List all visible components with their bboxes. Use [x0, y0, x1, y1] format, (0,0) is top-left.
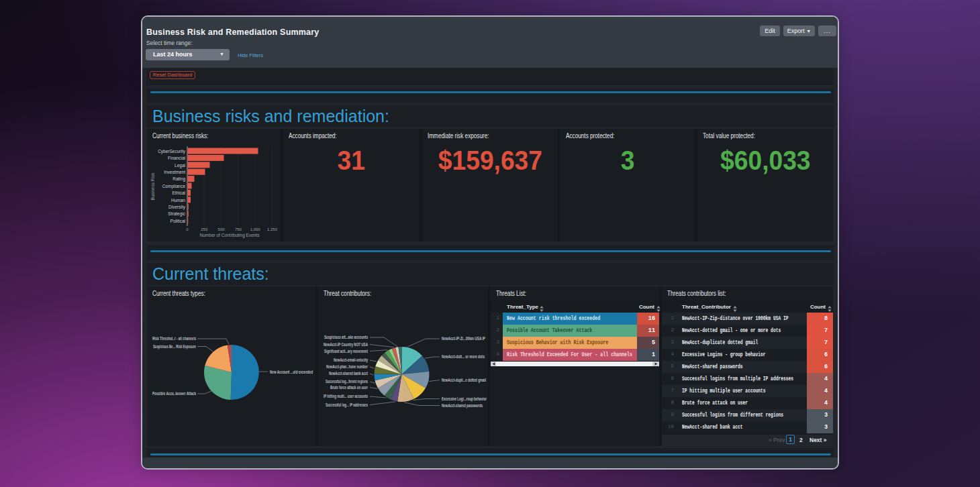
svg-text:Successful log...ferent region: Successful log...ferent regions	[326, 379, 368, 384]
svg-text:Brute force attack on user: Brute force attack on user	[330, 385, 368, 390]
svg-text:IP hitting multi... user accou: IP hitting multi... user accounts	[324, 394, 368, 399]
svg-text:NewAcct-dott... or more dots: NewAcct-dott... or more dots	[442, 354, 485, 359]
svg-text:NewAcct-email-velocity: NewAcct-email-velocity	[334, 358, 368, 363]
svg-text:Financial: Financial	[168, 156, 186, 160]
svg-text:Investment: Investment	[164, 170, 185, 174]
svg-text:Legal: Legal	[175, 163, 185, 168]
svg-text:Suspicious att...ake accounts: Suspicious att...ake accounts	[324, 335, 368, 340]
svg-text:NewAcct-phar...hone number: NewAcct-phar...hone number	[326, 364, 368, 370]
svg-text:NewAcct-dupli...e dotted gmail: NewAcct-dupli...e dotted gmail	[442, 378, 486, 383]
svg-text:CyberSecurity: CyberSecurity	[158, 149, 186, 154]
svg-text:Strategic: Strategic	[168, 211, 185, 217]
svg-text:Compliance: Compliance	[162, 184, 186, 189]
svg-text:Significant acti...ary movemen: Significant acti...ary movement	[324, 349, 369, 354]
svg-text:1,250: 1,250	[267, 227, 278, 231]
svg-text:Possible Acco..keover Attack: Possible Acco..keover Attack	[152, 391, 196, 396]
svg-text:Risk Threshol..r - all channel: Risk Threshol..r - all channels	[152, 336, 196, 341]
svg-text:Successful log... IP addresses: Successful log... IP addresses	[326, 402, 368, 408]
svg-text:Rating: Rating	[173, 176, 185, 182]
svg-text:Human: Human	[171, 198, 185, 203]
svg-text:500: 500	[218, 227, 226, 231]
svg-text:750: 750	[235, 227, 242, 231]
svg-text:New Account ...old exceeded: New Account ...old exceeded	[270, 370, 313, 374]
svg-text:NewAcct-shared passwords: NewAcct-shared passwords	[442, 403, 483, 409]
svg-text:Suspicious Be... Risk Exposure: Suspicious Be... Risk Exposure	[153, 344, 196, 349]
svg-text:Number of Contributing Events: Number of Contributing Events	[200, 233, 260, 238]
svg-text:1,000: 1,000	[250, 227, 261, 231]
svg-text:Business Risk: Business Risk	[150, 172, 155, 201]
svg-text:Diversity: Diversity	[168, 205, 186, 210]
svg-text:0: 0	[186, 227, 189, 231]
svg-text:Excessive Logi...roup behavior: Excessive Logi...roup behavior	[442, 396, 487, 402]
svg-text:Ethical: Ethical	[172, 191, 185, 195]
svg-text:250: 250	[201, 227, 208, 231]
svg-text:NewAcct-IP Country NOT USA: NewAcct-IP Country NOT USA	[324, 342, 368, 347]
svg-text:NewAcct-IP-Zi...00km USA IP: NewAcct-IP-Zi...00km USA IP	[442, 336, 485, 341]
svg-text:NewAcct-shared bank acct: NewAcct-shared bank acct	[329, 371, 369, 376]
svg-text:Political: Political	[170, 219, 186, 223]
